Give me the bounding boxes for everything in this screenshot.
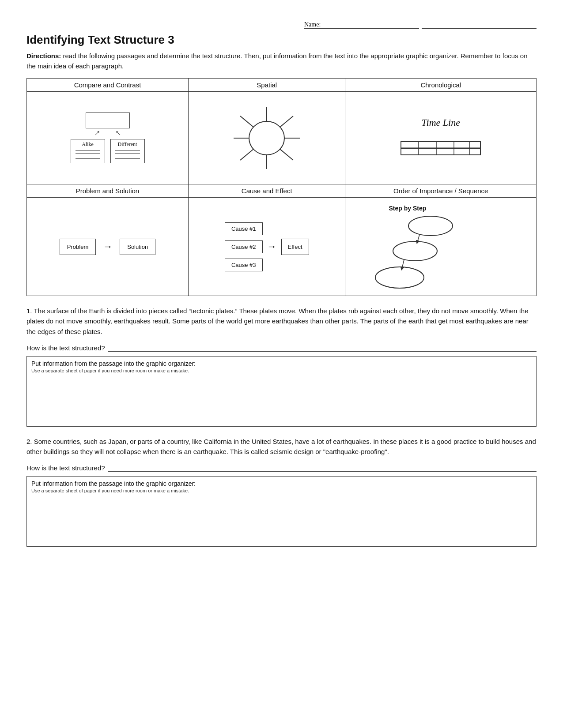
svg-point-8: [249, 121, 284, 155]
cc-boxes: Alike Different: [71, 139, 145, 163]
passage2-number: 2.: [26, 438, 32, 445]
sun-svg: [231, 103, 302, 173]
ce-effect-box: Effect: [281, 239, 309, 255]
passage2-text: Some countries, such as Japan, or parts …: [26, 438, 536, 455]
ce-cause1-box: Cause #1: [225, 222, 263, 235]
cc-arrow-right-icon: ↓: [114, 129, 123, 138]
svg-point-15: [408, 216, 453, 236]
go-box-1: Put information from the passage into th…: [26, 356, 537, 427]
go-box-main-1: Put information from the passage into th…: [31, 360, 532, 367]
oi-label: Step by Step: [389, 205, 426, 212]
chrono-diagram: Time Line: [349, 94, 533, 181]
cc-arrows: ↓ ↓: [94, 129, 121, 138]
passage2: 2. Some countries, such as Japan, or par…: [26, 436, 537, 457]
oi-svg: [362, 214, 459, 289]
timeline-label: Time Line: [422, 117, 460, 128]
organizer-table: Compare and Contrast Spatial Chronologic…: [26, 78, 537, 296]
header-problem-solution: Problem and Solution: [27, 184, 189, 198]
oi-diagram: Step by Step: [349, 200, 533, 293]
timeline-svg: [397, 133, 485, 159]
how-structured-1: How is the text structured?: [26, 343, 537, 352]
svg-point-17: [375, 267, 424, 288]
go-box-sub-1: Use a separate sheet of paper if you nee…: [31, 368, 532, 373]
ps-arrow-icon: →: [103, 241, 113, 252]
directions-bold: Directions:: [26, 52, 61, 60]
ps-problem-box: Problem: [60, 239, 96, 255]
header-cause-effect: Cause and Effect: [189, 184, 345, 198]
cell-chronological: Time Line: [345, 92, 537, 184]
cc-alike-box: Alike: [71, 139, 105, 163]
ps-diagram: Problem → Solution: [30, 200, 185, 293]
how-structured-label-2: How is the text structured?: [26, 464, 105, 472]
spatial-diagram: [192, 94, 341, 181]
ce-cause3-box: Cause #3: [225, 259, 263, 271]
passage1-number: 1.: [26, 307, 32, 315]
passage1: 1. The surface of the Earth is divided i…: [26, 306, 537, 337]
how-structured-line-1[interactable]: [108, 343, 537, 352]
directions: Directions: read the following passages …: [26, 51, 537, 71]
ce-cause2-box: Cause #2: [225, 240, 263, 253]
go-box-main-2: Put information from the passage into th…: [31, 480, 532, 487]
ce-arrow-icon: →: [267, 241, 277, 252]
go-box-2: Put information from the passage into th…: [26, 476, 537, 547]
name-input-line: [422, 21, 537, 29]
go-box-sub-2: Use a separate sheet of paper if you nee…: [31, 488, 532, 493]
how-structured-2: How is the text structured?: [26, 463, 537, 472]
cc-different-label: Different: [113, 141, 142, 148]
cell-spatial: [189, 92, 345, 184]
svg-point-16: [393, 241, 437, 261]
name-line: Name:: [26, 21, 537, 29]
cc-different-box: Different: [110, 139, 145, 163]
cc-diagram: ↓ ↓ Alike Different: [30, 94, 185, 181]
cell-problem-solution: Problem → Solution: [27, 198, 189, 296]
cell-order-importance: Step by Step: [345, 198, 537, 296]
header-spatial: Spatial: [189, 79, 345, 92]
ce-causes: Cause #1 Cause #2 Cause #3: [225, 222, 263, 271]
ce-diagram: Cause #1 Cause #2 Cause #3 → Effect: [192, 200, 341, 293]
cell-compare-contrast: ↓ ↓ Alike Different: [27, 92, 189, 184]
ps-solution-box: Solution: [120, 239, 155, 255]
header-compare-contrast: Compare and Contrast: [27, 79, 189, 92]
cc-top-box: [86, 113, 130, 128]
header-order-importance: Order of Importance / Sequence: [345, 184, 537, 198]
how-structured-line-2[interactable]: [108, 463, 537, 472]
cell-cause-effect: Cause #1 Cause #2 Cause #3 → Effect: [189, 198, 345, 296]
header-chronological: Chronological: [345, 79, 537, 92]
how-structured-label-1: How is the text structured?: [26, 344, 105, 352]
name-label: Name:: [304, 21, 419, 29]
directions-text: read the following passages and determin…: [26, 52, 528, 70]
cc-alike-label: Alike: [74, 141, 102, 148]
passage1-text: The surface of the Earth is divided into…: [26, 307, 529, 335]
page-title: Identifying Text Structure 3: [26, 33, 537, 47]
cc-arrow-left-icon: ↓: [92, 129, 101, 138]
